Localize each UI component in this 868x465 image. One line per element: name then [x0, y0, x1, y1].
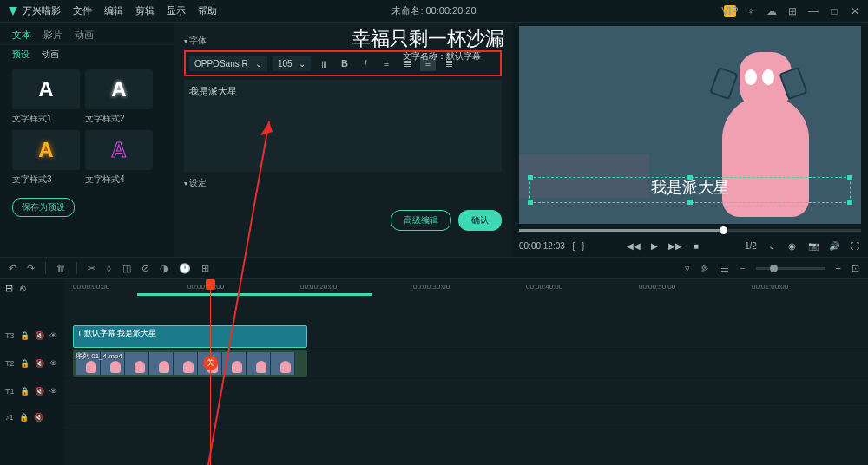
preview-timecode: 00:00:12:03: [519, 241, 565, 251]
quality-icon[interactable]: ◉: [786, 239, 799, 252]
italic-button[interactable]: I: [358, 56, 373, 71]
vip-badge[interactable]: VIP: [724, 5, 736, 17]
line-height-icon[interactable]: ⫼: [316, 56, 332, 71]
text-style-4[interactable]: A文字样式4: [85, 130, 153, 186]
play-button[interactable]: ▶: [648, 239, 661, 252]
track-a1[interactable]: ♪1🔒🔇: [64, 404, 868, 430]
zoom-fit-button[interactable]: ⊡: [852, 263, 859, 274]
track-t3[interactable]: T3🔒🔇👁 T 默认字幕 我是派大星: [64, 323, 868, 349]
trim-button[interactable]: ⎀: [106, 263, 112, 273]
resize-handle[interactable]: [528, 175, 533, 180]
settings-section-label[interactable]: 设定: [184, 177, 502, 189]
track-t2[interactable]: T2🔒🔇👁 序列 01_4.mp4: [64, 349, 868, 378]
font-family-select[interactable]: OPPOSans R⌄: [189, 56, 267, 71]
resize-handle[interactable]: [847, 175, 852, 180]
track-t1[interactable]: T1🔒🔇👁: [64, 378, 868, 404]
menu-help[interactable]: 帮助: [198, 4, 217, 17]
adjust-icon[interactable]: ⊞: [201, 263, 209, 274]
tab-anim[interactable]: 动画: [75, 29, 94, 42]
tab-text[interactable]: 文本: [12, 29, 31, 42]
maximize-icon[interactable]: □: [828, 5, 840, 17]
resize-handle[interactable]: [528, 200, 533, 205]
speed-button[interactable]: ⊘: [141, 263, 149, 274]
left-panel: 文本 影片 动画 预设 动画 A文字样式1 A文字样式2 A文字样式3 A文字样…: [0, 23, 174, 257]
settings-icon[interactable]: ⊞: [786, 5, 799, 17]
clock-icon[interactable]: 🕐: [179, 263, 191, 274]
visibility-icon[interactable]: 👁: [49, 331, 57, 340]
visibility-icon[interactable]: 👁: [49, 359, 57, 368]
mute-icon[interactable]: 🔇: [35, 387, 44, 396]
text-style-1[interactable]: A文字样式1: [12, 69, 80, 125]
timeline-tracks: T3🔒🔇👁 T 默认字幕 我是派大星 T2🔒🔇👁 序列 01_4.mp4 T1🔒…: [64, 297, 868, 430]
chevron-down-icon[interactable]: ⌄: [766, 239, 778, 252]
chevron-down-icon: ⌄: [299, 59, 306, 69]
preview-scale[interactable]: 1/2: [745, 239, 757, 252]
next-frame-button[interactable]: ▶▶: [669, 239, 681, 252]
color-button[interactable]: ◑: [160, 263, 168, 274]
prev-frame-button[interactable]: ◀◀: [628, 239, 640, 252]
marker-icon[interactable]: ▿: [685, 263, 690, 274]
tab-video[interactable]: 影片: [43, 29, 62, 42]
lock-icon[interactable]: 🔒: [20, 359, 30, 368]
playhead-marker[interactable]: 关: [203, 356, 218, 370]
mute-icon[interactable]: 🔇: [35, 359, 44, 368]
lock-icon[interactable]: 🔒: [20, 331, 30, 340]
fullscreen-icon[interactable]: ⛶: [849, 239, 861, 252]
save-preset-button[interactable]: 保存为预设: [12, 198, 75, 217]
timeline-link-icon[interactable]: ⎋: [20, 283, 26, 293]
work-area-range[interactable]: [137, 293, 372, 296]
timeline: ⊟ ⎋ 00:00:00:00 00:00:10:00 00:00:20:00 …: [0, 279, 868, 465]
redo-button[interactable]: ↷: [27, 263, 35, 274]
subtitle-name-label: 文字名称：默认字幕: [403, 50, 481, 62]
account-icon[interactable]: ♀: [745, 5, 757, 17]
cloud-icon[interactable]: ☁: [766, 5, 778, 17]
text-clip[interactable]: T 默认字幕 我是派大星: [73, 325, 307, 348]
bold-button[interactable]: B: [337, 56, 352, 71]
resize-handle[interactable]: [687, 200, 693, 205]
lock-icon[interactable]: 🔒: [20, 387, 30, 396]
minimize-icon[interactable]: —: [807, 5, 819, 17]
crop-button[interactable]: ◫: [122, 263, 131, 274]
visibility-icon[interactable]: 👁: [49, 387, 57, 396]
menu-edit[interactable]: 编辑: [104, 4, 123, 17]
video-clip[interactable]: 序列 01_4.mp4: [73, 350, 307, 377]
playhead[interactable]: 关: [210, 279, 211, 465]
confirm-button[interactable]: 确认: [458, 210, 502, 231]
undo-button[interactable]: ↶: [9, 263, 16, 274]
zoom-in-button[interactable]: +: [836, 263, 841, 273]
stop-button[interactable]: ■: [690, 239, 702, 252]
timeline-collapse-icon[interactable]: ⊟: [5, 283, 13, 293]
mixer-icon[interactable]: ⫸: [700, 263, 710, 273]
delete-button[interactable]: 🗑: [56, 263, 66, 273]
preview-text-overlay[interactable]: 我是派大星: [651, 177, 729, 198]
list-icon[interactable]: ☰: [720, 263, 729, 274]
playback-controls: ◀◀ ▶ ▶▶ ■: [628, 239, 702, 252]
text-style-2[interactable]: A文字样式2: [85, 69, 153, 125]
resize-handle[interactable]: [847, 200, 852, 205]
volume-icon[interactable]: 🔊: [828, 239, 840, 252]
mute-icon[interactable]: 🔇: [34, 413, 43, 422]
bracket-right-icon[interactable]: }: [582, 241, 584, 251]
subtab-preset[interactable]: 预设: [12, 49, 30, 61]
timeline-toolbar: ↶ ↷ 🗑 ✂ ⎀ ◫ ⊘ ◑ 🕐 ⊞ ▿ ⫸ ☰ − + ⊡: [0, 257, 868, 279]
close-icon[interactable]: ✕: [849, 5, 861, 17]
menu-file[interactable]: 文件: [73, 4, 92, 17]
advanced-edit-button[interactable]: 高级编辑: [391, 210, 451, 231]
cut-button[interactable]: ✂: [88, 263, 95, 274]
timeline-ruler[interactable]: 00:00:00:00 00:00:10:00 00:00:20:00 00:0…: [64, 279, 868, 297]
subtab-anim[interactable]: 动画: [42, 49, 59, 61]
font-size-select[interactable]: 105⌄: [273, 56, 311, 71]
zoom-slider[interactable]: [756, 267, 825, 270]
mute-icon[interactable]: 🔇: [35, 331, 44, 340]
snapshot-icon[interactable]: 📷: [807, 239, 819, 252]
zoom-out-button[interactable]: −: [740, 263, 745, 273]
lock-icon[interactable]: 🔒: [19, 413, 29, 422]
bracket-left-icon[interactable]: {: [572, 241, 575, 251]
preview-progress[interactable]: [519, 229, 861, 232]
preview-canvas[interactable]: 我是派大星: [519, 26, 861, 224]
menu-clip[interactable]: 剪辑: [135, 4, 155, 17]
menu-view[interactable]: 显示: [167, 4, 186, 17]
align-left-button[interactable]: ≡: [378, 56, 394, 71]
text-content-input[interactable]: 我是派大星: [184, 80, 502, 172]
text-style-3[interactable]: A文字样式3: [12, 130, 80, 186]
